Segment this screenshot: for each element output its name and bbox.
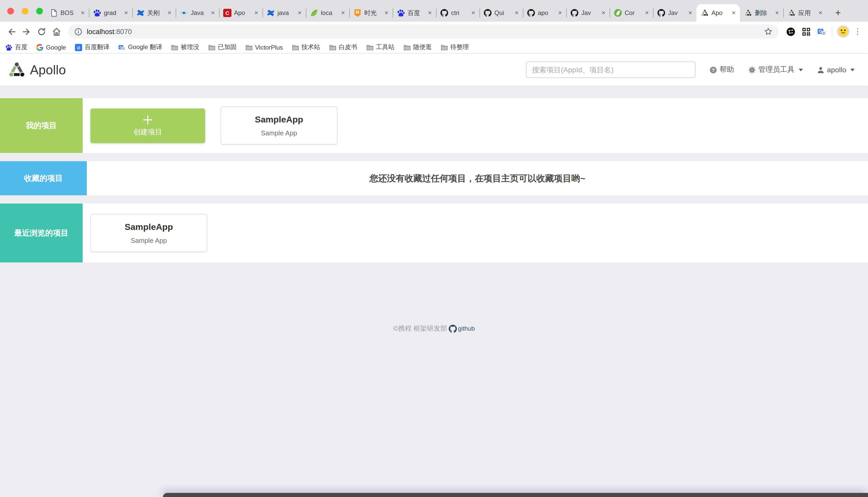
admin-tools-menu[interactable]: 管理员工具: [748, 65, 803, 74]
gtranslate-icon: G文: [118, 44, 125, 51]
tab-close-icon[interactable]: ×: [773, 9, 781, 16]
minimize-window-button[interactable]: [22, 8, 28, 14]
browser-tab[interactable]: java×: [262, 4, 306, 22]
project-card[interactable]: SampleApp Sample App: [90, 214, 207, 252]
browser-tab[interactable]: apo×: [523, 4, 566, 22]
new-tab-button[interactable]: +: [831, 6, 845, 20]
tab-title: Apo: [711, 9, 730, 16]
tab-close-icon[interactable]: ×: [253, 9, 260, 16]
browser-tab[interactable]: grad×: [89, 4, 132, 22]
browser-tab[interactable]: Apo×: [696, 4, 740, 22]
close-window-button[interactable]: [7, 8, 14, 14]
github-label: github: [458, 325, 475, 332]
browser-tab[interactable]: 关刚×: [132, 4, 176, 22]
tab-title: 删除: [755, 9, 773, 17]
tab-close-icon[interactable]: ×: [123, 9, 130, 16]
create-project-button[interactable]: 创建项目: [90, 108, 205, 143]
tab-close-icon[interactable]: ×: [470, 9, 477, 16]
extension-qr-icon[interactable]: [799, 25, 813, 38]
bookmark-item[interactable]: Google: [36, 44, 66, 51]
recent-projects-label: 最近浏览的项目: [0, 203, 83, 262]
help-link[interactable]: ? 帮助: [709, 65, 734, 74]
folder-icon: [329, 44, 336, 51]
tab-close-icon[interactable]: ×: [817, 9, 824, 16]
bookmark-folder[interactable]: 已加固: [208, 43, 237, 52]
browser-tab[interactable]: M时光×: [349, 4, 393, 22]
browser-tab[interactable]: Jav×: [653, 4, 696, 22]
svg-text:文: 文: [822, 31, 825, 35]
tab-close-icon[interactable]: ×: [79, 9, 86, 16]
browser-tab[interactable]: BOS×: [45, 4, 89, 22]
tab-close-icon[interactable]: ×: [296, 9, 303, 16]
profile-avatar[interactable]: [837, 25, 850, 38]
bookmark-label: 白皮书: [339, 43, 357, 52]
bookmark-folder[interactable]: 待整理: [440, 43, 469, 52]
bookmark-label: 百度翻译: [84, 43, 109, 52]
address-bar[interactable]: localhost:8070: [68, 24, 779, 39]
reload-button[interactable]: [34, 24, 49, 39]
tab-title: Qui: [495, 9, 513, 16]
tab-close-icon[interactable]: ×: [513, 9, 520, 16]
project-title: SampleApp: [125, 222, 173, 232]
svg-text:文: 文: [122, 47, 125, 50]
bookmark-item[interactable]: 百度: [5, 43, 27, 52]
bookmark-item[interactable]: G文Google 翻译: [118, 43, 162, 52]
tab-close-icon[interactable]: ×: [209, 9, 216, 16]
tab-close-icon[interactable]: ×: [383, 9, 390, 16]
brand-title[interactable]: Apollo: [30, 62, 66, 77]
github-link[interactable]: github: [449, 324, 475, 333]
tab-separator: [262, 8, 263, 17]
user-icon: [816, 66, 824, 74]
bookmark-folder[interactable]: VictorPlus: [245, 44, 283, 51]
tab-close-icon[interactable]: ×: [556, 9, 564, 16]
bookmark-folder[interactable]: 被埋没: [171, 43, 199, 52]
browser-tab[interactable]: 百度×: [393, 4, 436, 22]
browser-menu-icon[interactable]: ⋮: [852, 27, 864, 36]
tab-separator: [783, 8, 784, 17]
browser-tab[interactable]: Cor×: [610, 4, 653, 22]
tab-separator: [175, 8, 176, 17]
tab-close-icon[interactable]: ×: [600, 9, 607, 16]
bookmark-folder[interactable]: 随便逛: [403, 43, 432, 52]
back-button[interactable]: [4, 24, 19, 39]
copyright-text: ©携程 框架研发部: [393, 324, 447, 333]
bookmark-folder[interactable]: 技术站: [291, 43, 320, 52]
home-button[interactable]: [49, 24, 64, 39]
browser-tab[interactable]: 应用×: [783, 4, 827, 22]
help-icon: ?: [709, 66, 717, 74]
tab-separator: [349, 8, 350, 17]
bookmark-folder[interactable]: 工具站: [366, 43, 395, 52]
confluence-icon: [137, 9, 145, 17]
favorite-projects-section: 收藏的项目 您还没有收藏过任何项目，在项目主页可以收藏项目哟~: [0, 161, 868, 195]
tab-close-icon[interactable]: ×: [730, 9, 737, 16]
folder-icon: [171, 44, 178, 51]
browser-tab[interactable]: loca×: [306, 4, 349, 22]
forward-button[interactable]: [19, 24, 34, 39]
bookmark-folder[interactable]: 白皮书: [329, 43, 357, 52]
browser-tab[interactable]: Jav×: [566, 4, 610, 22]
project-search-input[interactable]: [526, 61, 695, 78]
site-info-icon[interactable]: [74, 28, 82, 36]
apollo-logo-icon[interactable]: [7, 60, 26, 79]
tab-close-icon[interactable]: ×: [339, 9, 347, 16]
browser-tab[interactable]: ctri×: [436, 4, 480, 22]
tab-close-icon[interactable]: ×: [643, 9, 651, 16]
browser-tab[interactable]: Java×: [176, 4, 219, 22]
browser-tab[interactable]: CApo×: [219, 4, 262, 22]
bookmark-star-icon[interactable]: [764, 27, 772, 36]
browser-tab[interactable]: Qui×: [480, 4, 523, 22]
tab-close-icon[interactable]: ×: [166, 9, 173, 16]
browser-toolbar: localhost:8070 G文 ⋮: [0, 22, 868, 41]
tab-close-icon[interactable]: ×: [687, 9, 694, 16]
tab-close-icon[interactable]: ×: [426, 9, 433, 16]
plus-icon: [143, 114, 153, 126]
bookmark-item[interactable]: 译百度翻译: [75, 43, 109, 52]
user-menu[interactable]: apollo: [816, 66, 855, 74]
browser-tab[interactable]: 删除×: [740, 4, 783, 22]
zoom-window-button[interactable]: [36, 8, 43, 14]
extension-graph-icon[interactable]: [784, 25, 797, 38]
svg-text:C: C: [225, 10, 229, 16]
extension-translate-icon[interactable]: G文: [815, 25, 828, 38]
project-card[interactable]: SampleApp Sample App: [220, 106, 337, 145]
github-icon: [527, 9, 535, 17]
